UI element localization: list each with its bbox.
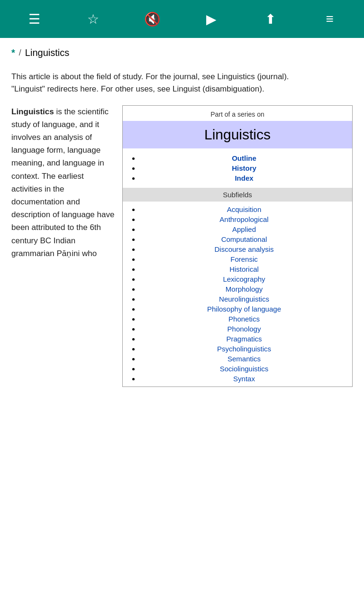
intro-line2: "Linguist" redirects here. For other use… bbox=[11, 84, 264, 93]
menu-icon[interactable]: ☰ bbox=[23, 8, 46, 30]
breadcrumb-page[interactable]: Linguistics bbox=[25, 47, 69, 58]
subfield-item[interactable]: Forensic bbox=[140, 254, 348, 264]
article-body-text: Linguistics is the scientific study of l… bbox=[11, 105, 115, 260]
subfields-header: Subfields bbox=[123, 188, 352, 202]
subfield-item[interactable]: Historical bbox=[140, 264, 348, 274]
subfield-item[interactable]: Applied bbox=[140, 224, 348, 234]
subfield-item[interactable]: Syntax bbox=[140, 374, 348, 384]
infobox-title: Linguistics bbox=[123, 121, 352, 148]
subfield-item[interactable]: Semantics bbox=[140, 354, 348, 364]
infobox-header: Part of a series on bbox=[123, 106, 352, 121]
star-icon[interactable]: ☆ bbox=[82, 8, 105, 30]
subfields-list: AcquisitionAnthropologicalAppliedComputa… bbox=[123, 202, 352, 386]
subfield-item[interactable]: Phonetics bbox=[140, 314, 348, 324]
infobox: Part of a series on Linguistics OutlineH… bbox=[122, 105, 353, 387]
infobox-main-link[interactable]: History bbox=[140, 163, 348, 173]
subfield-item[interactable]: Phonology bbox=[140, 324, 348, 334]
subfield-item[interactable]: Lexicography bbox=[140, 274, 348, 284]
toolbar: ☰ ☆ 🔇 ▶ ⬆ ≡ bbox=[0, 0, 364, 38]
breadcrumb-star[interactable]: * bbox=[11, 47, 15, 58]
subfield-item[interactable]: Anthropological bbox=[140, 214, 348, 224]
infobox-main-links: OutlineHistoryIndex bbox=[123, 148, 352, 188]
breadcrumb: * / Linguistics bbox=[0, 38, 364, 63]
infobox-main-link[interactable]: Outline bbox=[140, 153, 348, 163]
share-icon[interactable]: ⬆ bbox=[259, 8, 282, 30]
subfield-item[interactable]: Discourse analysis bbox=[140, 244, 348, 254]
subfield-item[interactable]: Pragmatics bbox=[140, 334, 348, 344]
subfield-item[interactable]: Philosophy of language bbox=[140, 304, 348, 314]
subfield-item[interactable]: Psycholinguistics bbox=[140, 344, 348, 354]
subfield-item[interactable]: Sociolinguistics bbox=[140, 364, 348, 374]
main-content: This article is about the field of study… bbox=[0, 63, 364, 395]
intro-line1: This article is about the field of study… bbox=[11, 72, 289, 81]
intro-text: This article is about the field of study… bbox=[11, 71, 353, 96]
subfield-item[interactable]: Neurolinguistics bbox=[140, 294, 348, 304]
breadcrumb-sep: / bbox=[19, 48, 21, 58]
subfield-item[interactable]: Morphology bbox=[140, 284, 348, 294]
infobox-main-link[interactable]: Index bbox=[140, 173, 348, 183]
two-col-layout: Linguistics is the scientific study of l… bbox=[11, 105, 353, 387]
mute-icon[interactable]: 🔇 bbox=[141, 8, 164, 30]
subfield-item[interactable]: Computational bbox=[140, 234, 348, 244]
more-icon[interactable]: ≡ bbox=[318, 8, 341, 30]
subfield-item[interactable]: Acquisition bbox=[140, 204, 348, 214]
play-icon[interactable]: ▶ bbox=[200, 8, 223, 30]
